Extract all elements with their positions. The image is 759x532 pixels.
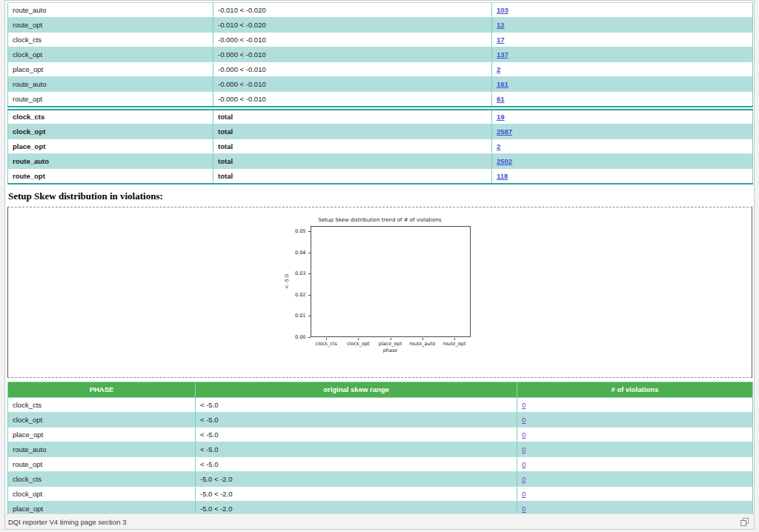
range-cell: -0.000 < -0.010 — [213, 77, 492, 92]
skew-total-row: route_opttotal118 — [8, 169, 753, 184]
count-cell: 0 — [517, 427, 753, 442]
violations-row: clock_cts< -5.00 — [8, 397, 753, 412]
violations-row: route_auto< -5.00 — [8, 442, 753, 456]
status-text: DQI reporter V4 timing page section 3 — [8, 518, 126, 526]
range-cell: total — [213, 154, 492, 169]
plot-area — [311, 226, 471, 337]
x-tick-label: route_auto — [409, 341, 435, 347]
skew-range-row: route_opt-0.010 < -0.02012 — [8, 18, 753, 33]
violations-row: clock_opt-5.0 < -2.00 — [8, 486, 753, 501]
count-cell: 0 — [517, 456, 753, 471]
y-tick-mark — [308, 231, 311, 232]
restore-window-icon[interactable] — [740, 518, 749, 526]
range-cell: -5.0 < -2.0 — [196, 486, 517, 501]
chart-title: Setup Skew distribution trend of # of vi… — [280, 217, 480, 224]
count-cell: 12 — [492, 18, 753, 33]
violation-count-link[interactable]: 2502 — [497, 157, 512, 165]
violation-count-link[interactable]: 2587 — [497, 127, 512, 136]
violation-count-link[interactable]: 0 — [522, 490, 526, 498]
phase-cell: clock_cts — [8, 397, 196, 412]
violations-row: place_opt-5.0 < -2.00 — [8, 501, 753, 513]
x-tick-mark — [422, 338, 423, 340]
y-tick-mark — [308, 253, 311, 253]
setup-skew-breakdown-table: route_auto-0.010 < -0.020103route_opt-0.… — [7, 2, 753, 107]
count-cell: 103 — [492, 3, 753, 18]
violations-table: PHASE original skew range # of violation… — [7, 382, 753, 514]
violation-count-link[interactable]: 137 — [497, 50, 508, 59]
phase-cell: route_opt — [8, 18, 213, 33]
phase-cell: place_opt — [8, 501, 196, 513]
x-tick-mark — [326, 338, 327, 340]
skew-range-row: route_auto-0.000 < -0.010161 — [8, 77, 753, 92]
phase-cell: clock_cts — [8, 110, 213, 124]
violation-count-link[interactable]: 19 — [497, 113, 505, 121]
col-header-skew-range: original skew range — [196, 382, 517, 397]
range-cell: total — [213, 139, 492, 154]
range-cell: -5.0 < -2.0 — [196, 471, 517, 486]
violations-row: clock_cts-5.0 < -2.00 — [8, 471, 753, 486]
count-cell: 19 — [492, 110, 753, 124]
count-cell: 2502 — [492, 154, 753, 169]
phase-cell: route_opt — [8, 456, 196, 471]
y-tick-label: 0.00 — [280, 334, 306, 340]
skew-range-row: route_auto-0.010 < -0.020103 — [8, 3, 753, 18]
violation-count-link[interactable]: 118 — [497, 172, 508, 180]
phase-cell: clock_opt — [8, 47, 213, 62]
count-cell: 161 — [492, 77, 753, 92]
range-cell: -0.010 < -0.020 — [213, 3, 492, 18]
col-header-phase: PHASE — [8, 382, 196, 397]
violation-count-link[interactable]: 103 — [497, 6, 508, 14]
phase-cell: place_opt — [8, 139, 213, 154]
phase-cell: clock_opt — [8, 124, 213, 139]
range-cell: < -5.0 — [196, 456, 517, 471]
y-tick-mark — [308, 273, 311, 274]
count-cell: 0 — [517, 486, 753, 501]
skew-range-row: route_opt-0.000 < -0.01061 — [8, 92, 753, 107]
count-cell: 2 — [492, 139, 753, 154]
status-bar: DQI reporter V4 timing page section 3 — [5, 513, 754, 529]
violation-count-link[interactable]: 0 — [522, 475, 526, 483]
violation-count-link[interactable]: 0 — [522, 505, 526, 513]
range-cell: total — [213, 124, 492, 139]
phase-cell: place_opt — [8, 62, 213, 77]
chart-panel: Setup Skew distribution trend of # of vi… — [7, 207, 752, 378]
range-cell: -5.0 < -2.0 — [196, 501, 517, 513]
violation-count-link[interactable]: 0 — [522, 445, 526, 453]
skew-range-row: clock_opt-0.000 < -0.010137 — [8, 47, 753, 62]
skew-total-row: clock_ctstotal19 — [8, 110, 753, 124]
violation-count-link[interactable]: 161 — [497, 80, 508, 88]
violations-header-row: PHASE original skew range # of violation… — [8, 382, 753, 397]
count-cell: 17 — [492, 33, 753, 47]
violation-count-link[interactable]: 2 — [497, 65, 500, 73]
count-cell: 0 — [517, 501, 753, 513]
range-cell: -0.000 < -0.010 — [213, 62, 492, 77]
x-tick-label: clock_cts — [315, 341, 337, 347]
violation-count-link[interactable]: 17 — [497, 36, 505, 44]
violation-count-link[interactable]: 0 — [522, 416, 526, 424]
violation-count-link[interactable]: 61 — [497, 95, 505, 103]
x-axis-label: phase — [383, 348, 398, 353]
skew-range-row: clock_cts-0.000 < -0.01017 — [8, 33, 753, 47]
count-cell: 61 — [492, 92, 753, 107]
range-cell: -0.000 < -0.010 — [213, 47, 492, 62]
phase-cell: route_opt — [8, 92, 213, 107]
violation-count-link[interactable]: 0 — [522, 430, 526, 439]
violations-row: clock_opt< -5.00 — [8, 412, 753, 427]
phase-cell: route_auto — [8, 3, 213, 18]
x-tick-mark — [391, 338, 391, 340]
violation-count-link[interactable]: 2 — [497, 142, 500, 150]
violation-count-link[interactable]: 0 — [522, 401, 526, 409]
phase-cell: route_opt — [8, 169, 213, 184]
report-content: route_auto-0.010 < -0.020103route_opt-0.… — [5, 1, 754, 513]
y-tick-label: 0.03 — [280, 270, 306, 276]
count-cell: 2587 — [492, 124, 753, 139]
violation-count-link[interactable]: 0 — [522, 460, 526, 468]
skew-total-row: place_opttotal2 — [8, 139, 753, 154]
count-cell: 2 — [492, 62, 753, 77]
y-tick-mark — [308, 337, 311, 338]
phase-cell: route_auto — [8, 442, 196, 456]
range-cell: < -5.0 — [196, 412, 517, 427]
violation-count-link[interactable]: 12 — [497, 21, 505, 29]
range-cell: -0.010 < -0.020 — [213, 18, 492, 33]
count-cell: 118 — [492, 169, 753, 184]
